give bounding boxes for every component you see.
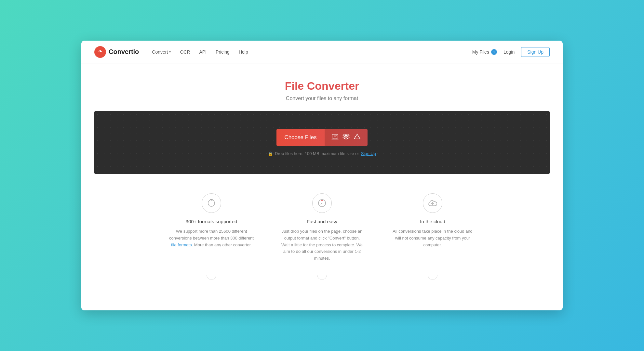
nav-convert[interactable]: Convert ▾ <box>152 49 171 55</box>
browser-window: Convertio Convert ▾ OCR API Pricing Help… <box>81 41 563 310</box>
formats-title: 300+ formats supported <box>169 219 254 224</box>
choose-files-button[interactable]: Choose Files <box>276 129 367 146</box>
navbar: Convertio Convert ▾ OCR API Pricing Help… <box>81 41 563 63</box>
choose-files-label: Choose Files <box>276 129 324 146</box>
svg-point-0 <box>97 49 103 55</box>
drop-info: 🔒 Drop files here. 100 MB maximum file s… <box>268 151 376 156</box>
my-files-button[interactable]: My Files 1 <box>472 49 497 55</box>
fast-title: Fast and easy <box>280 219 364 224</box>
choose-files-icons <box>325 129 368 146</box>
lock-icon: 🔒 <box>268 151 273 156</box>
file-formats-link[interactable]: file formats <box>171 242 192 247</box>
my-files-badge: 1 <box>491 49 497 55</box>
computer-icon <box>331 134 339 142</box>
cloud-desc: All conversions take place in the cloud … <box>390 228 475 248</box>
fast-icon <box>312 193 332 213</box>
signup-button[interactable]: Sign Up <box>521 47 550 57</box>
nav-links: Convert ▾ OCR API Pricing Help <box>152 49 472 55</box>
logo-icon <box>94 46 106 58</box>
feature-fast: Fast and easy Just drop your files on th… <box>280 193 364 262</box>
drop-hint-text: Drop files here. 100 MB maximum file siz… <box>275 151 359 156</box>
formats-icon <box>202 193 221 213</box>
feature-cloud: In the cloud All conversions take place … <box>390 193 475 262</box>
signup-link-dropzone[interactable]: Sign Up <box>361 151 376 156</box>
nav-pricing[interactable]: Pricing <box>216 49 230 55</box>
hero-section: File Converter Convert your files to any… <box>81 63 563 101</box>
cloud-icon <box>423 193 442 213</box>
logo[interactable]: Convertio <box>94 46 139 58</box>
hero-title: File Converter <box>94 80 550 92</box>
bottom-partial-row <box>81 275 563 286</box>
nav-ocr[interactable]: OCR <box>180 49 190 55</box>
features-section: 300+ formats supported We support more t… <box>81 174 563 275</box>
svg-rect-1 <box>332 134 338 138</box>
drop-zone: Choose Files <box>94 111 550 174</box>
logo-text: Convertio <box>109 48 139 56</box>
feature-formats: 300+ formats supported We support more t… <box>169 193 254 262</box>
svg-point-3 <box>356 134 357 135</box>
main-content: File Converter Convert your files to any… <box>81 63 563 310</box>
nav-right: My Files 1 Login Sign Up <box>472 47 550 57</box>
dropbox-icon <box>342 134 350 142</box>
nav-api[interactable]: API <box>199 49 207 55</box>
chevron-down-icon: ▾ <box>169 50 171 54</box>
fast-desc: Just drop your files on the page, choose… <box>280 228 364 262</box>
hero-subtitle: Convert your files to any format <box>94 96 550 101</box>
nav-help[interactable]: Help <box>239 49 248 55</box>
formats-desc: We support more than 25600 different con… <box>169 228 254 248</box>
cloud-title: In the cloud <box>390 219 475 224</box>
login-link[interactable]: Login <box>503 49 515 55</box>
google-drive-icon <box>354 134 361 142</box>
